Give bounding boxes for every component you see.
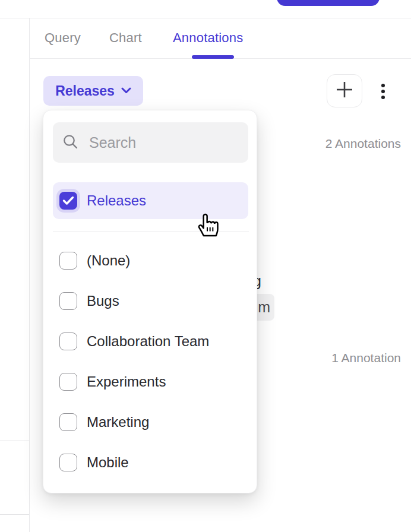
dropdown-options-list: (None) Bugs Collaboration Team Experimen… xyxy=(43,232,257,483)
checkbox-unchecked-icon[interactable] xyxy=(59,292,77,310)
primary-action-button-partial[interactable] xyxy=(277,0,380,6)
releases-filter-dropdown: Releases (None) Bugs Collaboration Team … xyxy=(43,110,257,493)
left-panel-border xyxy=(29,18,30,532)
checkbox-unchecked-icon[interactable] xyxy=(59,373,77,391)
checkbox-unchecked-icon[interactable] xyxy=(59,252,77,270)
dropdown-option-marketing[interactable]: Marketing xyxy=(43,402,257,442)
checkbox-checked-icon[interactable] xyxy=(59,192,77,210)
tab-chart[interactable]: Chart xyxy=(109,30,142,46)
releases-filter-button[interactable]: Releases xyxy=(43,76,143,106)
header-divider xyxy=(0,18,411,18)
plus-icon xyxy=(335,80,354,102)
chevron-down-icon xyxy=(121,86,131,96)
more-options-menu-icon[interactable] xyxy=(379,82,387,101)
search-input[interactable] xyxy=(89,134,280,151)
dropdown-option-mobile[interactable]: Mobile xyxy=(43,442,257,483)
tab-annotations[interactable]: Annotations xyxy=(173,30,243,46)
dropdown-option-releases[interactable]: Releases xyxy=(53,182,248,219)
search-icon xyxy=(62,134,78,152)
active-tab-indicator xyxy=(192,55,234,59)
left-table-row-divider xyxy=(0,514,29,515)
checkbox-unchecked-icon[interactable] xyxy=(59,332,77,350)
checkbox-unchecked-icon[interactable] xyxy=(59,454,77,471)
dropdown-option-none[interactable]: (None) xyxy=(43,240,257,281)
annotations-count: 2 Annotations xyxy=(325,137,401,151)
dropdown-option-experiments[interactable]: Experiments xyxy=(43,362,257,402)
releases-filter-label: Releases xyxy=(55,83,115,99)
annotations-page: Query Chart Annotations Releases 2 Annot… xyxy=(0,0,411,532)
checkbox-unchecked-icon[interactable] xyxy=(59,413,77,431)
left-table-row-divider xyxy=(0,441,29,441)
dropdown-option-label: Releases xyxy=(87,192,146,209)
tab-query[interactable]: Query xyxy=(45,30,81,46)
dropdown-option-bugs[interactable]: Bugs xyxy=(43,281,257,321)
dropdown-search[interactable] xyxy=(53,122,248,163)
annotations-count: 1 Annotation xyxy=(331,351,401,365)
add-annotation-button[interactable] xyxy=(327,74,362,107)
dropdown-option-collaboration-team[interactable]: Collaboration Team xyxy=(43,321,257,362)
